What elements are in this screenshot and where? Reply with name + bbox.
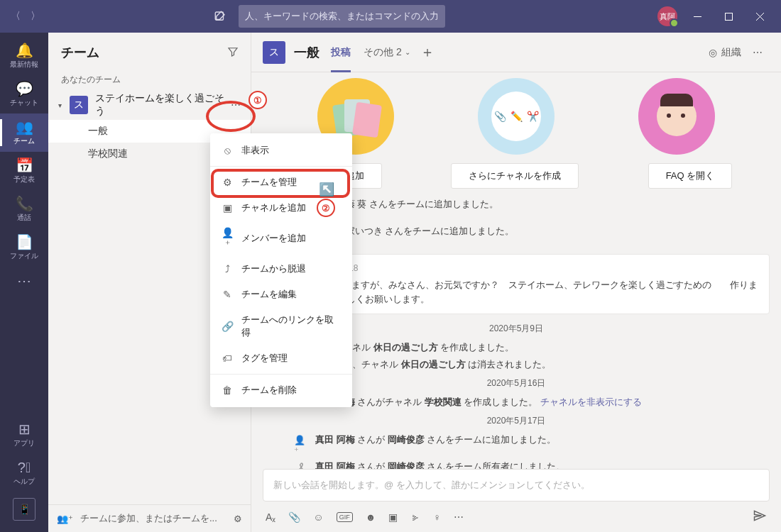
filter-icon[interactable] [226, 45, 239, 60]
avatar[interactable]: 真阿 [657, 6, 677, 26]
attach-icon[interactable]: 📎 [288, 511, 300, 523]
app-rail: 🔔最新情報 💬チャット 👥チーム 📅予定表 📞通話 📄ファイル ⋯ ⊞アプリ ?… [0, 33, 48, 532]
open-faq-button[interactable]: FAQ を開く [648, 163, 733, 189]
org-button[interactable]: ◎組織 [703, 43, 747, 62]
channel-add-icon: ▣ [222, 202, 233, 214]
teams-footer: 👥⁺ チームに参加、またはチームを... ⚙ [48, 504, 251, 532]
rail-chat[interactable]: 💬チャット [0, 75, 48, 113]
team-row[interactable]: ▾ ス ステイホームを楽しく過ごそう ⋯ [48, 90, 251, 120]
rail-mobile-icon[interactable]: 📱 [13, 498, 36, 521]
window-minimize-button[interactable] [682, 0, 713, 33]
menu-manage-tags[interactable]: 🏷タグを管理 [210, 345, 352, 371]
link-icon: 🔗 [222, 321, 233, 332]
team-context-menu: ⦸非表示 ⚙チームを管理 ▣チャネルを追加 👤⁺メンバーを追加 ⤴チームから脱退… [210, 133, 352, 407]
rail-activity[interactable]: 🔔最新情報 [0, 37, 48, 75]
post-meta: ﾖ 05/03 18:18 [300, 262, 759, 275]
settings-gear-icon[interactable]: ⚙ [234, 514, 242, 524]
menu-get-link[interactable]: 🔗チームへのリンクを取得 [210, 307, 352, 345]
pencil-icon: ✎ [222, 289, 233, 300]
search-input[interactable]: 人、キーワードの検索、またはコマンドの入力 [239, 5, 445, 28]
nav-forward-icon[interactable]: 〉 [26, 6, 45, 26]
compose-more-icon[interactable]: ⋯ [454, 511, 464, 523]
window-close-button[interactable] [744, 0, 775, 33]
praise-icon[interactable]: ♀ [433, 511, 441, 523]
event-added-user-3: 👤⁺真田 阿梅 さんが 岡崎俊彦 さんをチームに追加しました。 [263, 431, 770, 458]
phone-icon: 📞 [16, 196, 33, 211]
channel-header: ス 一般 投稿 その他 2⌄ ＋ ◎組織 ⋯ [251, 33, 781, 72]
menu-hide[interactable]: ⦸非表示 [210, 138, 352, 163]
your-teams-label: あなたのチーム [48, 67, 251, 90]
sticker-icon[interactable]: ☻ [366, 511, 376, 523]
eye-off-icon: ⦸ [222, 145, 233, 157]
stream-icon[interactable]: ⪢ [410, 511, 420, 523]
nav-back-icon[interactable]: 〈 [6, 6, 26, 26]
chevron-down-icon: ⌄ [405, 48, 410, 56]
channel-avatar: ス [263, 41, 285, 64]
svg-rect-2 [725, 13, 732, 20]
menu-edit-team[interactable]: ✎チームを編集 [210, 282, 352, 307]
meet-icon[interactable]: ▣ [388, 511, 398, 523]
rail-more-icon[interactable]: ⋯ [0, 267, 48, 295]
teams-title: チーム [61, 44, 226, 61]
file-icon: 📄 [16, 235, 33, 249]
emoji-icon[interactable]: ☺ [313, 511, 323, 523]
person-add-icon: 👤⁺ [222, 227, 233, 250]
team-avatar: ス [70, 96, 88, 114]
gear-icon: ⚙ [222, 177, 233, 188]
gif-icon[interactable]: GIF [337, 512, 353, 522]
post-body: ﾂが続いていますが、みなさん、お元気ですか？ ステイホーム、テレワークを楽しく過… [300, 278, 759, 306]
compose-icon[interactable] [207, 4, 233, 29]
tab-posts[interactable]: 投稿 [331, 33, 351, 72]
onboarding-graphic-3 [638, 78, 715, 155]
annotation-number-2: ② [317, 199, 335, 217]
send-button[interactable] [753, 509, 767, 525]
team-name-label: ステイホームを楽しく過ごそう [95, 92, 226, 118]
rail-apps[interactable]: ⊞アプリ [0, 416, 48, 454]
format-icon[interactable]: Aᵪ [266, 511, 275, 523]
rail-help[interactable]: ?⃝ヘルプ [0, 454, 48, 492]
channel-title: 一般 [294, 44, 320, 61]
person-add-icon: 👤⁺ [294, 435, 308, 456]
annotation-number-1: ① [248, 91, 267, 109]
compose-area: 新しい会話を開始します。@ を入力して、誰かにメンションしてください。 Aᵪ 📎… [251, 469, 781, 532]
post-message[interactable]: ﾖ 05/03 18:18 ﾂが続いていますが、みなさん、お元気ですか？ ステイ… [290, 254, 770, 314]
bell-icon: 🔔 [16, 43, 33, 57]
trash-icon: 🗑 [222, 384, 233, 396]
rail-calendar[interactable]: 📅予定表 [0, 152, 48, 190]
ribbon-icon: 🎗 [294, 462, 308, 469]
menu-add-member[interactable]: 👤⁺メンバーを追加 [210, 221, 352, 256]
people-icon: 👥 [16, 120, 33, 134]
window-maximize-button[interactable] [713, 0, 744, 33]
join-team-icon[interactable]: 👥⁺ [57, 514, 73, 524]
team-more-button[interactable]: ⋯ [226, 99, 245, 111]
help-icon: ?⃝ [18, 460, 31, 475]
create-channel-button[interactable]: さらにチャネルを作成 [451, 163, 579, 189]
add-tab-button[interactable]: ＋ [420, 43, 435, 62]
menu-leave-team[interactable]: ⤴チームから脱退 [210, 256, 352, 282]
rail-teams[interactable]: 👥チーム [0, 113, 48, 152]
menu-delete-team[interactable]: 🗑チームを削除 [210, 377, 352, 403]
calendar-icon: 📅 [16, 158, 33, 172]
title-bar: 〈 〉 人、キーワードの検索、またはコマンドの入力 真阿 [0, 0, 781, 33]
rail-files[interactable]: 📄ファイル [0, 228, 48, 267]
tab-more[interactable]: その他 2⌄ [364, 46, 410, 59]
leave-icon: ⤴ [222, 263, 233, 275]
apps-icon: ⊞ [18, 422, 31, 436]
chevron-down-icon: ▾ [58, 101, 67, 109]
tag-icon: 🏷 [222, 353, 233, 364]
compose-input[interactable]: 新しい会話を開始します。@ を入力して、誰かにメンションしてください。 [263, 469, 770, 501]
event-owner: 🎗真田 阿梅 さんが 岡崎俊彦 さんをチーム所有者にしました。 [263, 458, 770, 469]
date-separator: 2020年5月17日 [263, 411, 770, 431]
onboarding-graphic-2: 📎✏️✂️ [478, 78, 555, 155]
channel-more-button[interactable]: ⋯ [747, 44, 770, 61]
chat-icon: 💬 [16, 82, 33, 96]
rail-calls[interactable]: 📞通話 [0, 190, 48, 228]
hide-channel-link[interactable]: チャネルを非表示にする [540, 397, 642, 407]
eye-icon: ◎ [709, 47, 717, 58]
cursor-pointer-icon: ↖️ [319, 182, 334, 197]
join-team-label[interactable]: チームに参加、またはチームを... [80, 512, 217, 525]
